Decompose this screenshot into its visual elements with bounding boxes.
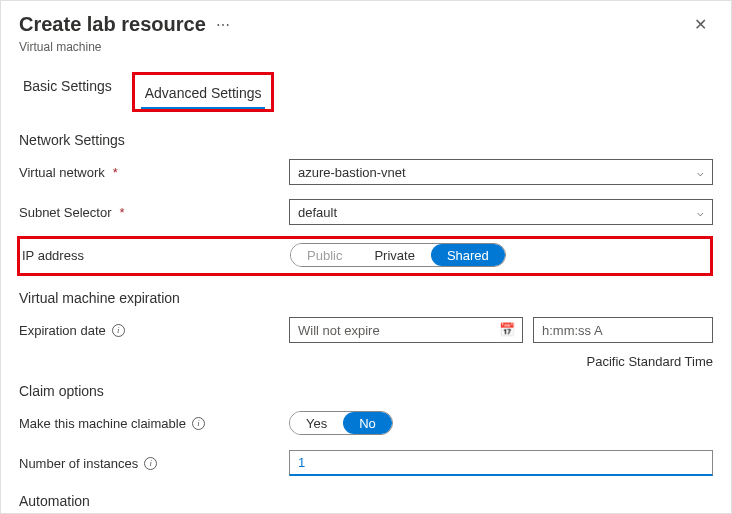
highlight-advanced-tab: Advanced Settings [132,72,275,112]
select-virtual-network[interactable]: azure-bastion-vnet ⌵ [289,159,713,185]
toggle-ip-address: Public Private Shared [290,243,506,267]
input-expiration-date[interactable] [289,317,523,343]
info-icon[interactable]: i [144,457,157,470]
label-expiration-date: Expiration date i [19,323,289,338]
section-claim-options: Claim options [19,383,713,399]
label-ip-address: IP address [20,248,290,263]
close-icon[interactable]: ✕ [688,11,713,38]
value-virtual-network: azure-bastion-vnet [298,165,406,180]
page-title: Create lab resource [19,13,206,36]
pill-ip-shared[interactable]: Shared [431,244,505,266]
select-subnet[interactable]: default ⌵ [289,199,713,225]
input-expiration-time[interactable] [533,317,713,343]
label-virtual-network: Virtual network* [19,165,289,180]
pill-claimable-yes[interactable]: Yes [290,412,343,434]
section-expiration: Virtual machine expiration [19,290,713,306]
timezone-label: Pacific Standard Time [19,354,713,369]
input-number-instances[interactable] [289,450,713,476]
info-icon[interactable]: i [192,417,205,430]
value-subnet: default [298,205,337,220]
blade-header: Create lab resource ⋯ ✕ Virtual machine [1,1,731,60]
pill-claimable-no[interactable]: No [343,412,392,434]
highlight-ip-address: IP address Public Private Shared [17,236,713,276]
chevron-down-icon: ⌵ [697,166,704,179]
pill-ip-private[interactable]: Private [358,244,430,266]
info-icon[interactable]: i [112,324,125,337]
label-subnet-selector: Subnet Selector* [19,205,289,220]
label-claimable: Make this machine claimable i [19,416,289,431]
label-number-instances: Number of instances i [19,456,289,471]
tab-advanced-settings[interactable]: Advanced Settings [141,79,266,109]
page-subtitle: Virtual machine [19,40,713,54]
section-network: Network Settings [19,132,713,148]
more-icon[interactable]: ⋯ [216,17,230,33]
section-automation: Automation [19,493,713,509]
pill-ip-public: Public [291,244,358,266]
toggle-claimable: Yes No [289,411,393,435]
tab-bar: Basic Settings Advanced Settings [1,60,731,112]
chevron-down-icon: ⌵ [697,206,704,219]
tab-basic-settings[interactable]: Basic Settings [19,72,116,112]
